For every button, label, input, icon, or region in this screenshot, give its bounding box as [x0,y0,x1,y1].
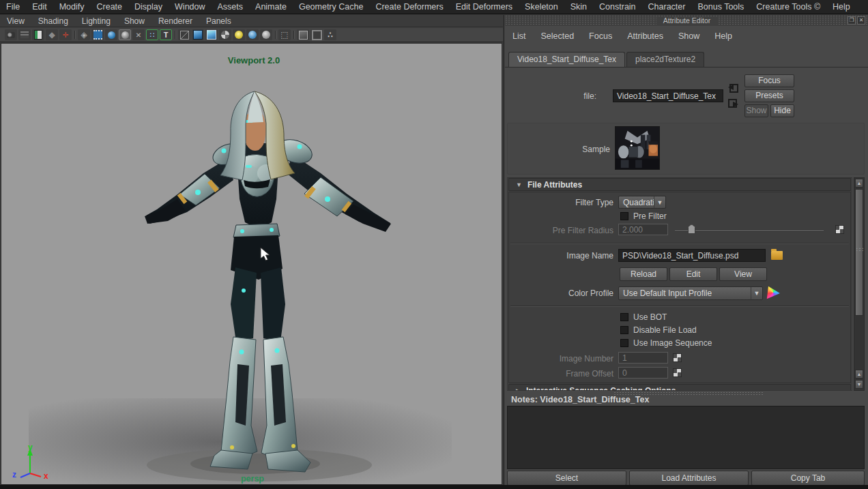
image-name-input[interactable]: PSD\Video18_Start_Diffuse.psd [618,249,766,262]
frame-offset-input[interactable]: 0 [618,367,668,379]
ae-menu-item[interactable]: Help [707,31,740,41]
menubar-item[interactable]: Character [642,0,692,14]
select-button[interactable]: Select [507,471,626,486]
panel-menu-item[interactable]: Renderer [151,16,199,26]
use-bot-checkbox[interactable] [620,313,628,321]
resolution-gate-icon[interactable] [91,29,104,40]
scrollbar[interactable]: ▲ ▲ ▼ [854,177,865,391]
camera-icon[interactable] [5,29,17,40]
camera-sequence-icon[interactable] [18,29,31,40]
folder-icon[interactable] [771,251,783,260]
object-connections-icon[interactable] [324,29,336,40]
input-connection-icon[interactable] [727,82,739,93]
interactive-sequence-caching-section-header[interactable]: ▶ Interactive Sequence Caching Options [508,384,851,391]
ae-menu-item[interactable]: Attributes [620,31,671,41]
slider-handle[interactable] [688,224,695,234]
marquee-select-icon[interactable] [278,29,291,40]
menubar-item[interactable]: Edit Deformers [450,0,519,14]
grid-plane-icon[interactable] [46,29,58,40]
show-button[interactable]: Show [744,104,768,117]
load-attributes-button[interactable]: Load Attributes [629,471,749,486]
pre-filter-radius-input[interactable]: 2.000 [618,224,668,235]
menubar-item[interactable]: Creature Tools © [750,0,826,14]
scrollbar-thumb[interactable] [855,189,863,316]
pre-filter-checkbox[interactable] [620,212,628,220]
use-all-lights-icon[interactable] [233,29,245,40]
notes-textarea[interactable] [507,406,865,469]
attribute-editor-titlebar[interactable]: Attribute Editor [505,15,868,26]
bookmark-icon[interactable] [32,29,44,40]
use-default-material-icon[interactable] [219,29,231,40]
menubar-item[interactable]: Geometry Cache [293,0,369,14]
scroll-down-icon[interactable]: ▼ [855,380,863,389]
ae-menu-item[interactable]: Selected [533,31,581,41]
presets-button[interactable]: Presets [744,89,794,102]
texture-sample-thumbnail[interactable] [615,126,660,170]
tab-place2dtexture[interactable]: place2dTexture2 [626,52,704,67]
menubar-item[interactable]: Display [128,0,169,14]
pre-filter-radius-slider[interactable] [675,229,824,231]
menubar-item[interactable]: File [0,0,26,14]
output-connection-icon[interactable] [727,98,739,109]
edit-button[interactable]: Edit [669,267,717,281]
smooth-shade-icon[interactable] [192,29,204,40]
texture-map-icon[interactable] [835,225,844,234]
color-gamut-icon[interactable] [766,285,781,300]
menubar-item[interactable]: Animate [249,0,293,14]
texture-placement-icon[interactable] [160,29,172,40]
pivot-tool-icon[interactable] [59,29,72,40]
menubar-item[interactable]: Create [91,0,129,14]
panel-menu-item[interactable]: Lighting [75,16,117,26]
copy-tab-button[interactable]: Copy Tab [751,471,865,486]
focus-button[interactable]: Focus [744,74,794,87]
texture-map-icon[interactable] [673,368,682,377]
scroll-up-icon[interactable]: ▲ [855,179,863,188]
menubar-item[interactable]: Bonus Tools [691,0,750,14]
restore-icon[interactable]: ❐ [848,16,856,25]
menubar-item[interactable]: Skin [564,0,593,14]
shade-wireframe-icon[interactable] [205,29,218,40]
field-chart-icon[interactable] [119,29,131,40]
attributes-scroll-area[interactable]: ▼ File Attributes Filter Type Quadratic … [507,177,852,391]
panel-menu-item[interactable]: Show [117,16,151,26]
tab-file-texture[interactable]: Video18_Start_Diffuse_Tex [508,52,625,67]
menubar-item[interactable]: Window [169,0,211,14]
gate-mask-icon[interactable] [105,29,117,40]
film-gate-icon[interactable] [78,29,90,40]
disable-file-load-checkbox[interactable] [620,326,628,334]
character-model [1,44,502,485]
panel-menu-item[interactable]: View [0,16,31,26]
material-sphere-icon[interactable] [260,29,272,40]
safe-action-icon[interactable] [132,29,145,40]
close-icon[interactable]: ✕ [857,16,865,25]
hide-button[interactable]: Hide [770,104,794,117]
texture-map-icon[interactable] [673,353,682,362]
ae-menu-item[interactable]: Show [671,31,707,41]
menubar-item[interactable]: Assets [212,0,250,14]
node-name-input[interactable]: Video18_Start_Diffuse_Tex [613,89,723,102]
isolate-select-icon[interactable] [297,29,309,40]
menubar-item[interactable]: Help [826,0,856,14]
textured-mode-icon[interactable] [246,29,259,40]
panel-menu-item[interactable]: Panels [199,16,238,26]
menubar-item[interactable]: Edit [26,0,53,14]
menubar-item[interactable]: Create Deformers [369,0,449,14]
xray-icon[interactable] [310,29,323,40]
3d-viewport[interactable]: Viewport 2.0 persp y z x [1,43,502,485]
image-number-input[interactable]: 1 [618,352,668,364]
filter-type-dropdown[interactable]: Quadratic ▼ [618,196,666,209]
reload-button[interactable]: Reload [620,267,667,281]
panel-menu-item[interactable]: Shading [31,16,75,26]
view-button[interactable]: View [719,267,767,281]
ae-menu-item[interactable]: List [505,31,533,41]
scroll-up-icon[interactable]: ▲ [855,370,863,379]
menubar-item[interactable]: Skeleton [519,0,564,14]
menubar-item[interactable]: Modify [53,0,91,14]
ae-menu-item[interactable]: Focus [581,31,620,41]
menubar-item[interactable]: Constrain [593,0,642,14]
use-image-sequence-checkbox[interactable] [620,339,628,347]
file-attributes-section-header[interactable]: ▼ File Attributes [508,178,851,191]
safe-title-icon[interactable] [146,29,158,40]
color-profile-dropdown[interactable]: Use Default Input Profile ▼ [618,286,763,300]
wireframe-icon[interactable] [178,29,190,40]
